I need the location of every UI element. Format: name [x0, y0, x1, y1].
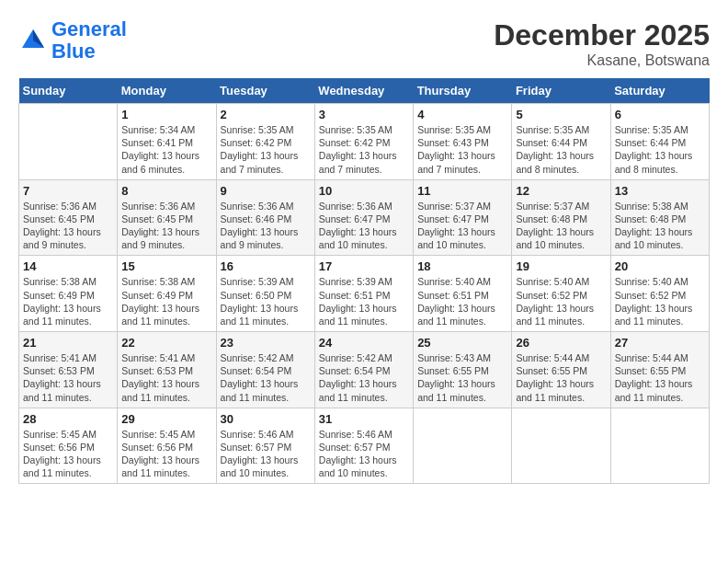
weekday-header-row: SundayMondayTuesdayWednesdayThursdayFrid… — [19, 78, 710, 104]
day-number: 12 — [516, 184, 606, 198]
day-number: 4 — [417, 108, 507, 121]
calendar-cell — [512, 408, 610, 484]
day-info: Sunrise: 5:37 AM Sunset: 6:47 PM Dayligh… — [417, 200, 507, 252]
calendar-cell: 23Sunrise: 5:42 AM Sunset: 6:54 PM Dayli… — [216, 332, 314, 408]
day-number: 25 — [417, 336, 507, 350]
day-number: 1 — [121, 108, 211, 121]
calendar-cell: 3Sunrise: 5:35 AM Sunset: 6:42 PM Daylig… — [314, 104, 413, 180]
day-info: Sunrise: 5:36 AM Sunset: 6:45 PM Dayligh… — [121, 200, 211, 252]
day-number: 23 — [221, 336, 311, 350]
day-info: Sunrise: 5:44 AM Sunset: 6:55 PM Dayligh… — [615, 351, 705, 404]
day-number: 17 — [319, 259, 409, 273]
day-number: 28 — [23, 412, 113, 426]
day-number: 31 — [319, 412, 409, 426]
day-info: Sunrise: 5:44 AM Sunset: 6:55 PM Dayligh… — [516, 351, 606, 404]
calendar-cell: 29Sunrise: 5:45 AM Sunset: 6:56 PM Dayli… — [118, 408, 216, 484]
calendar-cell: 5Sunrise: 5:35 AM Sunset: 6:44 PM Daylig… — [512, 104, 610, 180]
day-number: 13 — [615, 184, 705, 198]
calendar-cell: 2Sunrise: 5:35 AM Sunset: 6:42 PM Daylig… — [216, 104, 314, 180]
day-info: Sunrise: 5:38 AM Sunset: 6:49 PM Dayligh… — [121, 275, 211, 327]
day-info: Sunrise: 5:45 AM Sunset: 6:56 PM Dayligh… — [23, 428, 113, 480]
weekday-header-saturday: Saturday — [610, 78, 709, 104]
day-info: Sunrise: 5:40 AM Sunset: 6:51 PM Dayligh… — [417, 275, 507, 327]
day-info: Sunrise: 5:46 AM Sunset: 6:57 PM Dayligh… — [319, 428, 409, 480]
calendar-week-row: 28Sunrise: 5:45 AM Sunset: 6:56 PM Dayli… — [19, 408, 710, 484]
calendar-cell: 24Sunrise: 5:42 AM Sunset: 6:54 PM Dayli… — [314, 332, 413, 408]
day-number: 24 — [319, 336, 409, 350]
day-info: Sunrise: 5:39 AM Sunset: 6:51 PM Dayligh… — [319, 275, 409, 327]
calendar-cell: 4Sunrise: 5:35 AM Sunset: 6:43 PM Daylig… — [414, 104, 512, 180]
day-number: 19 — [516, 259, 606, 273]
title-area: December 2025 Kasane, Botswana — [494, 18, 710, 69]
calendar-cell: 17Sunrise: 5:39 AM Sunset: 6:51 PM Dayli… — [314, 256, 413, 332]
calendar-table: SundayMondayTuesdayWednesdayThursdayFrid… — [18, 78, 710, 484]
calendar-cell: 25Sunrise: 5:43 AM Sunset: 6:55 PM Dayli… — [414, 332, 512, 408]
calendar-week-row: 1Sunrise: 5:34 AM Sunset: 6:41 PM Daylig… — [19, 104, 710, 180]
calendar-week-row: 14Sunrise: 5:38 AM Sunset: 6:49 PM Dayli… — [19, 256, 710, 332]
day-number: 20 — [615, 259, 705, 273]
day-info: Sunrise: 5:37 AM Sunset: 6:48 PM Dayligh… — [516, 200, 606, 252]
day-number: 27 — [615, 336, 705, 350]
calendar-cell: 8Sunrise: 5:36 AM Sunset: 6:45 PM Daylig… — [118, 179, 216, 256]
location: Kasane, Botswana — [494, 52, 710, 69]
calendar-cell: 18Sunrise: 5:40 AM Sunset: 6:51 PM Dayli… — [414, 256, 512, 332]
day-info: Sunrise: 5:45 AM Sunset: 6:56 PM Dayligh… — [121, 428, 211, 480]
day-info: Sunrise: 5:36 AM Sunset: 6:47 PM Dayligh… — [319, 200, 409, 252]
day-info: Sunrise: 5:41 AM Sunset: 6:53 PM Dayligh… — [23, 351, 113, 404]
calendar-week-row: 7Sunrise: 5:36 AM Sunset: 6:45 PM Daylig… — [19, 179, 710, 256]
day-number: 9 — [221, 184, 311, 198]
calendar-cell — [610, 408, 709, 484]
day-info: Sunrise: 5:36 AM Sunset: 6:46 PM Dayligh… — [221, 200, 311, 252]
month-title: December 2025 — [494, 18, 710, 52]
day-info: Sunrise: 5:34 AM Sunset: 6:41 PM Dayligh… — [121, 123, 211, 176]
day-info: Sunrise: 5:39 AM Sunset: 6:50 PM Dayligh… — [221, 275, 311, 327]
day-number: 18 — [417, 259, 507, 273]
calendar-cell: 1Sunrise: 5:34 AM Sunset: 6:41 PM Daylig… — [118, 104, 216, 180]
day-number: 11 — [417, 184, 507, 198]
calendar-cell: 6Sunrise: 5:35 AM Sunset: 6:44 PM Daylig… — [610, 104, 709, 180]
day-number: 10 — [319, 184, 409, 198]
calendar-cell: 11Sunrise: 5:37 AM Sunset: 6:47 PM Dayli… — [414, 179, 512, 256]
calendar-cell: 27Sunrise: 5:44 AM Sunset: 6:55 PM Dayli… — [610, 332, 709, 408]
day-info: Sunrise: 5:35 AM Sunset: 6:42 PM Dayligh… — [221, 123, 311, 176]
day-info: Sunrise: 5:35 AM Sunset: 6:44 PM Dayligh… — [516, 123, 606, 176]
weekday-header-thursday: Thursday — [414, 78, 512, 104]
day-number: 2 — [221, 108, 311, 121]
day-info: Sunrise: 5:40 AM Sunset: 6:52 PM Dayligh… — [615, 275, 705, 327]
weekday-header-sunday: Sunday — [19, 78, 118, 104]
day-number: 3 — [319, 108, 409, 121]
logo-text: General Blue — [51, 18, 127, 63]
day-info: Sunrise: 5:41 AM Sunset: 6:53 PM Dayligh… — [121, 351, 211, 404]
calendar-cell: 28Sunrise: 5:45 AM Sunset: 6:56 PM Dayli… — [19, 408, 118, 484]
day-info: Sunrise: 5:42 AM Sunset: 6:54 PM Dayligh… — [319, 351, 409, 404]
day-info: Sunrise: 5:35 AM Sunset: 6:44 PM Dayligh… — [615, 123, 705, 176]
calendar-cell: 13Sunrise: 5:38 AM Sunset: 6:48 PM Dayli… — [610, 179, 709, 256]
calendar-cell: 26Sunrise: 5:44 AM Sunset: 6:55 PM Dayli… — [512, 332, 610, 408]
weekday-header-monday: Monday — [118, 78, 216, 104]
logo: General Blue — [18, 18, 127, 63]
day-info: Sunrise: 5:36 AM Sunset: 6:45 PM Dayligh… — [23, 200, 113, 252]
day-number: 21 — [23, 336, 113, 350]
day-number: 8 — [121, 184, 211, 198]
weekday-header-wednesday: Wednesday — [314, 78, 413, 104]
calendar-cell: 20Sunrise: 5:40 AM Sunset: 6:52 PM Dayli… — [610, 256, 709, 332]
calendar-cell — [19, 104, 118, 180]
day-number: 29 — [121, 412, 211, 426]
page-header: General Blue December 2025 Kasane, Botsw… — [18, 18, 710, 69]
day-info: Sunrise: 5:42 AM Sunset: 6:54 PM Dayligh… — [221, 351, 311, 404]
day-number: 16 — [221, 259, 311, 273]
calendar-cell: 15Sunrise: 5:38 AM Sunset: 6:49 PM Dayli… — [118, 256, 216, 332]
day-number: 30 — [221, 412, 311, 426]
day-number: 26 — [516, 336, 606, 350]
day-number: 7 — [23, 184, 113, 198]
day-info: Sunrise: 5:35 AM Sunset: 6:43 PM Dayligh… — [417, 123, 507, 176]
calendar-week-row: 21Sunrise: 5:41 AM Sunset: 6:53 PM Dayli… — [19, 332, 710, 408]
calendar-cell — [414, 408, 512, 484]
calendar-cell: 21Sunrise: 5:41 AM Sunset: 6:53 PM Dayli… — [19, 332, 118, 408]
day-info: Sunrise: 5:43 AM Sunset: 6:55 PM Dayligh… — [417, 351, 507, 404]
day-info: Sunrise: 5:35 AM Sunset: 6:42 PM Dayligh… — [319, 123, 409, 176]
calendar-cell: 7Sunrise: 5:36 AM Sunset: 6:45 PM Daylig… — [19, 179, 118, 256]
day-number: 14 — [23, 259, 113, 273]
calendar-cell: 22Sunrise: 5:41 AM Sunset: 6:53 PM Dayli… — [118, 332, 216, 408]
day-number: 15 — [121, 259, 211, 273]
